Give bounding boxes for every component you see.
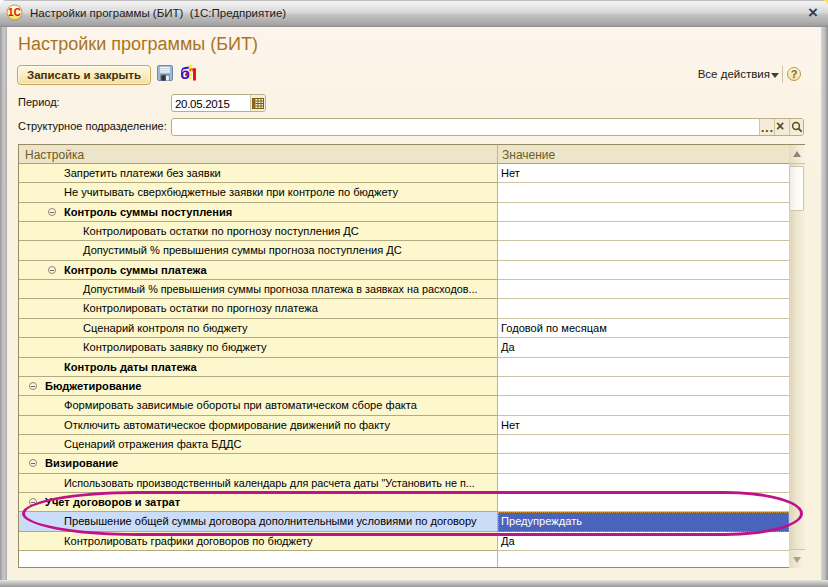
svg-text:1С: 1С: [8, 7, 21, 18]
